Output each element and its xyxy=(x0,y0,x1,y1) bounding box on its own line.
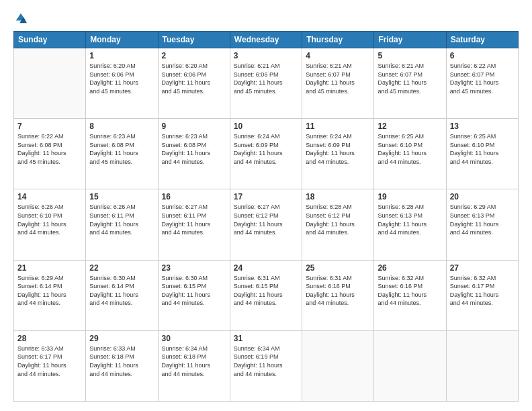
calendar-cell xyxy=(302,330,374,401)
calendar-cell: 21Sunrise: 6:29 AM Sunset: 6:14 PM Dayli… xyxy=(14,260,86,330)
calendar-header-monday: Monday xyxy=(86,32,158,48)
calendar-cell: 23Sunrise: 6:30 AM Sunset: 6:15 PM Dayli… xyxy=(158,260,230,330)
day-number: 5 xyxy=(378,51,442,60)
day-info: Sunrise: 6:20 AM Sunset: 6:06 PM Dayligh… xyxy=(162,62,226,95)
day-info: Sunrise: 6:22 AM Sunset: 6:08 PM Dayligh… xyxy=(17,132,82,166)
calendar-cell: 10Sunrise: 6:24 AM Sunset: 6:09 PM Dayli… xyxy=(230,119,302,189)
day-number: 21 xyxy=(17,263,82,273)
calendar-header-tuesday: Tuesday xyxy=(158,32,230,48)
header xyxy=(13,12,519,24)
calendar-week-row: 28Sunrise: 6:33 AM Sunset: 6:17 PM Dayli… xyxy=(14,330,519,401)
calendar-cell: 6Sunrise: 6:22 AM Sunset: 6:07 PM Daylig… xyxy=(446,48,518,119)
calendar-cell: 1Sunrise: 6:20 AM Sunset: 6:06 PM Daylig… xyxy=(86,48,158,119)
calendar-header-sunday: Sunday xyxy=(14,32,86,48)
calendar-cell: 7Sunrise: 6:22 AM Sunset: 6:08 PM Daylig… xyxy=(14,119,86,189)
day-info: Sunrise: 6:30 AM Sunset: 6:15 PM Dayligh… xyxy=(162,274,226,308)
day-info: Sunrise: 6:20 AM Sunset: 6:06 PM Dayligh… xyxy=(89,62,154,95)
calendar-cell: 2Sunrise: 6:20 AM Sunset: 6:06 PM Daylig… xyxy=(158,48,230,119)
day-info: Sunrise: 6:22 AM Sunset: 6:07 PM Dayligh… xyxy=(450,62,515,95)
day-info: Sunrise: 6:23 AM Sunset: 6:08 PM Dayligh… xyxy=(162,132,226,166)
calendar-header-saturday: Saturday xyxy=(446,32,518,48)
day-info: Sunrise: 6:27 AM Sunset: 6:11 PM Dayligh… xyxy=(162,203,226,236)
day-info: Sunrise: 6:29 AM Sunset: 6:13 PM Dayligh… xyxy=(450,203,515,236)
day-number: 1 xyxy=(89,51,154,60)
calendar-header-thursday: Thursday xyxy=(302,32,374,48)
calendar-cell: 19Sunrise: 6:28 AM Sunset: 6:13 PM Dayli… xyxy=(374,189,446,260)
calendar-cell: 20Sunrise: 6:29 AM Sunset: 6:13 PM Dayli… xyxy=(446,189,518,260)
calendar-cell: 15Sunrise: 6:26 AM Sunset: 6:11 PM Dayli… xyxy=(86,189,158,260)
day-info: Sunrise: 6:21 AM Sunset: 6:06 PM Dayligh… xyxy=(234,62,298,95)
day-number: 7 xyxy=(17,122,82,131)
calendar-cell xyxy=(374,330,446,401)
calendar-header-wednesday: Wednesday xyxy=(230,32,302,48)
day-info: Sunrise: 6:31 AM Sunset: 6:16 PM Dayligh… xyxy=(306,274,370,308)
calendar-cell: 25Sunrise: 6:31 AM Sunset: 6:16 PM Dayli… xyxy=(302,260,374,330)
day-number: 18 xyxy=(306,192,370,201)
day-info: Sunrise: 6:29 AM Sunset: 6:14 PM Dayligh… xyxy=(17,274,82,308)
day-info: Sunrise: 6:28 AM Sunset: 6:13 PM Dayligh… xyxy=(378,203,442,236)
day-number: 12 xyxy=(378,122,442,131)
day-number: 4 xyxy=(306,51,370,60)
day-number: 31 xyxy=(234,334,298,343)
calendar-cell: 9Sunrise: 6:23 AM Sunset: 6:08 PM Daylig… xyxy=(158,119,230,189)
day-info: Sunrise: 6:34 AM Sunset: 6:18 PM Dayligh… xyxy=(162,345,226,378)
calendar-cell: 27Sunrise: 6:32 AM Sunset: 6:17 PM Dayli… xyxy=(446,260,518,330)
calendar-cell: 29Sunrise: 6:33 AM Sunset: 6:18 PM Dayli… xyxy=(86,330,158,401)
day-info: Sunrise: 6:32 AM Sunset: 6:16 PM Dayligh… xyxy=(378,274,442,308)
day-number: 17 xyxy=(234,192,298,201)
day-number: 16 xyxy=(162,192,226,201)
day-info: Sunrise: 6:28 AM Sunset: 6:12 PM Dayligh… xyxy=(306,203,370,236)
day-info: Sunrise: 6:33 AM Sunset: 6:18 PM Dayligh… xyxy=(89,345,154,378)
day-number: 28 xyxy=(17,334,82,343)
day-number: 25 xyxy=(306,263,370,273)
logo-icon xyxy=(15,12,27,24)
calendar-week-row: 1Sunrise: 6:20 AM Sunset: 6:06 PM Daylig… xyxy=(14,48,519,119)
day-number: 14 xyxy=(17,192,82,201)
calendar-cell xyxy=(446,330,518,401)
day-info: Sunrise: 6:31 AM Sunset: 6:15 PM Dayligh… xyxy=(234,274,298,308)
day-info: Sunrise: 6:26 AM Sunset: 6:11 PM Dayligh… xyxy=(89,203,154,236)
calendar-week-row: 21Sunrise: 6:29 AM Sunset: 6:14 PM Dayli… xyxy=(14,260,519,330)
calendar-cell: 22Sunrise: 6:30 AM Sunset: 6:14 PM Dayli… xyxy=(86,260,158,330)
day-number: 19 xyxy=(378,192,442,201)
day-number: 6 xyxy=(450,51,515,60)
calendar-week-row: 7Sunrise: 6:22 AM Sunset: 6:08 PM Daylig… xyxy=(14,119,519,189)
day-number: 20 xyxy=(450,192,515,201)
calendar-cell: 13Sunrise: 6:25 AM Sunset: 6:10 PM Dayli… xyxy=(446,119,518,189)
day-info: Sunrise: 6:34 AM Sunset: 6:19 PM Dayligh… xyxy=(234,345,298,378)
calendar-cell: 3Sunrise: 6:21 AM Sunset: 6:06 PM Daylig… xyxy=(230,48,302,119)
calendar-cell: 26Sunrise: 6:32 AM Sunset: 6:16 PM Dayli… xyxy=(374,260,446,330)
day-info: Sunrise: 6:24 AM Sunset: 6:09 PM Dayligh… xyxy=(306,132,370,166)
day-number: 10 xyxy=(234,122,298,131)
day-number: 22 xyxy=(89,263,154,273)
logo xyxy=(13,12,27,24)
calendar-cell: 16Sunrise: 6:27 AM Sunset: 6:11 PM Dayli… xyxy=(158,189,230,260)
calendar-cell: 31Sunrise: 6:34 AM Sunset: 6:19 PM Dayli… xyxy=(230,330,302,401)
calendar-header-row: SundayMondayTuesdayWednesdayThursdayFrid… xyxy=(14,32,519,48)
day-number: 24 xyxy=(234,263,298,273)
day-number: 29 xyxy=(89,334,154,343)
day-info: Sunrise: 6:25 AM Sunset: 6:10 PM Dayligh… xyxy=(450,132,515,166)
calendar-cell: 12Sunrise: 6:25 AM Sunset: 6:10 PM Dayli… xyxy=(374,119,446,189)
day-info: Sunrise: 6:33 AM Sunset: 6:17 PM Dayligh… xyxy=(17,345,82,378)
day-number: 13 xyxy=(450,122,515,131)
calendar-cell: 24Sunrise: 6:31 AM Sunset: 6:15 PM Dayli… xyxy=(230,260,302,330)
day-number: 3 xyxy=(234,51,298,60)
day-number: 23 xyxy=(162,263,226,273)
day-info: Sunrise: 6:25 AM Sunset: 6:10 PM Dayligh… xyxy=(378,132,442,166)
day-number: 8 xyxy=(89,122,154,131)
day-number: 26 xyxy=(378,263,442,273)
day-info: Sunrise: 6:21 AM Sunset: 6:07 PM Dayligh… xyxy=(306,62,370,95)
calendar-header-friday: Friday xyxy=(374,32,446,48)
calendar-cell: 28Sunrise: 6:33 AM Sunset: 6:17 PM Dayli… xyxy=(14,330,86,401)
day-info: Sunrise: 6:32 AM Sunset: 6:17 PM Dayligh… xyxy=(450,274,515,308)
day-info: Sunrise: 6:26 AM Sunset: 6:10 PM Dayligh… xyxy=(17,203,82,236)
day-number: 27 xyxy=(450,263,515,273)
calendar-cell: 18Sunrise: 6:28 AM Sunset: 6:12 PM Dayli… xyxy=(302,189,374,260)
calendar-cell: 8Sunrise: 6:23 AM Sunset: 6:08 PM Daylig… xyxy=(86,119,158,189)
calendar-cell: 4Sunrise: 6:21 AM Sunset: 6:07 PM Daylig… xyxy=(302,48,374,119)
day-number: 9 xyxy=(162,122,226,131)
day-number: 30 xyxy=(162,334,226,343)
day-info: Sunrise: 6:30 AM Sunset: 6:14 PM Dayligh… xyxy=(89,274,154,308)
day-info: Sunrise: 6:24 AM Sunset: 6:09 PM Dayligh… xyxy=(234,132,298,166)
